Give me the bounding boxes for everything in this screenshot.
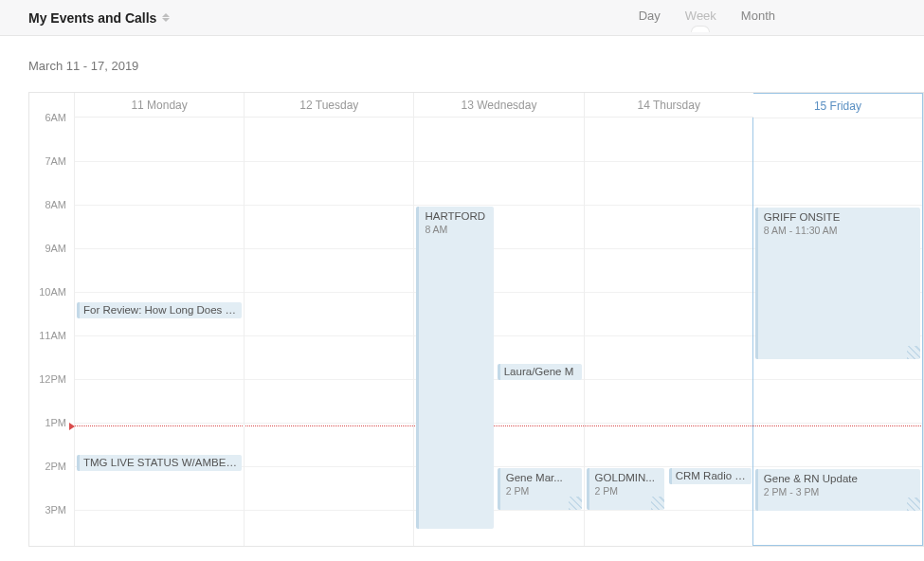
event-tmg[interactable]: TMG LIVE STATUS W/AMBER AN <box>77 455 242 471</box>
event-laura-gene[interactable]: Laura/Gene M <box>498 364 582 380</box>
event-review[interactable]: For Review: How Long Does It T… <box>77 302 242 318</box>
hour-label: 7AM <box>45 155 66 167</box>
view-month[interactable]: Month <box>741 9 775 27</box>
day-header: 11 Monday <box>75 93 244 118</box>
sort-icon[interactable] <box>162 13 170 22</box>
hour-label: 12PM <box>39 373 66 385</box>
event-gene-rn[interactable]: Gene & RN Update 2 PM - 3 PM <box>755 469 920 511</box>
day-col-thursday[interactable]: 14 Thursday GOLDMIN... 2 PM CRM Radio Po <box>584 93 753 546</box>
day-col-wednesday[interactable]: 13 Wednesday HARTFORD 8 AM Laura/Gene M … <box>413 93 583 546</box>
hour-label: 1PM <box>45 417 66 428</box>
day-header: 12 Tuesday <box>245 93 413 118</box>
hour-label: 9AM <box>45 243 66 254</box>
view-week[interactable]: Week <box>685 9 716 27</box>
event-crm-radio[interactable]: CRM Radio Po <box>669 468 752 484</box>
calendar-grid: 11 Monday For Review: How Long Does It T… <box>75 93 923 546</box>
calendar: 6AM 7AM 8AM 9AM 10AM 11AM 12PM 1PM 2PM 3… <box>28 92 924 547</box>
event-hartford[interactable]: HARTFORD 8 AM <box>416 207 494 529</box>
time-gutter: 6AM 7AM 8AM 9AM 10AM 11AM 12PM 1PM 2PM 3… <box>29 93 75 546</box>
panel-title-text: My Events and Calls <box>28 10 156 26</box>
toolbar: My Events and Calls Day Week Month <box>0 0 924 36</box>
hour-label: 3PM <box>45 504 66 516</box>
hour-label: 2PM <box>45 461 66 472</box>
view-switch: Day Week Month <box>639 9 775 27</box>
panel-title[interactable]: My Events and Calls <box>28 10 170 26</box>
event-griff-onsite[interactable]: GRIFF ONSITE 8 AM - 11:30 AM <box>755 208 920 359</box>
event-gene-mar[interactable]: Gene Mar... 2 PM <box>498 468 582 510</box>
hour-label: 11AM <box>39 330 66 341</box>
event-goldmin[interactable]: GOLDMIN... 2 PM <box>587 468 664 510</box>
view-day[interactable]: Day <box>639 9 661 27</box>
hour-label: 8AM <box>45 199 66 210</box>
day-col-friday[interactable]: 15 Friday GRIFF ONSITE 8 AM - 11:30 AM G… <box>752 93 923 546</box>
hour-label: 10AM <box>39 286 66 298</box>
day-col-monday[interactable]: 11 Monday For Review: How Long Does It T… <box>75 93 244 546</box>
hour-label: 6AM <box>45 112 66 123</box>
day-header: 14 Thursday <box>585 93 753 118</box>
day-col-tuesday[interactable]: 12 Tuesday <box>244 93 413 546</box>
date-range: March 11 - 17, 2019 <box>0 36 924 92</box>
day-header: 15 Friday <box>753 94 922 118</box>
day-header: 13 Wednesday <box>414 93 583 118</box>
